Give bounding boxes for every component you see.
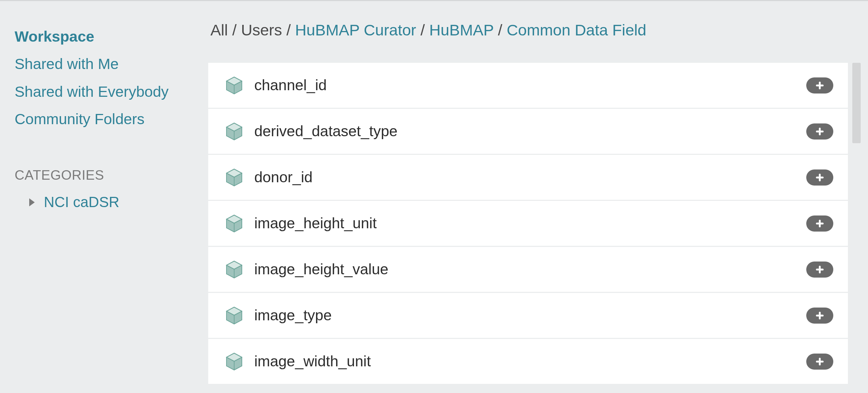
cube-icon bbox=[226, 122, 243, 141]
breadcrumb-sep: / bbox=[228, 21, 241, 39]
plus-icon bbox=[815, 265, 824, 274]
list-item-label: derived_dataset_type bbox=[254, 123, 806, 140]
category-item-label: NCI caDSR bbox=[44, 194, 119, 210]
cube-icon bbox=[226, 352, 243, 371]
add-button[interactable] bbox=[806, 215, 833, 232]
caret-right-icon bbox=[29, 198, 35, 206]
list-item[interactable]: image_height_value bbox=[208, 247, 848, 292]
add-button[interactable] bbox=[806, 169, 833, 186]
cube-icon bbox=[226, 76, 243, 95]
sidebar-item-community-folders[interactable]: Community Folders bbox=[15, 106, 194, 133]
sidebar-item-shared-with-everybody[interactable]: Shared with Everybody bbox=[15, 78, 194, 106]
list-item-label: image_type bbox=[254, 307, 806, 324]
list-item[interactable]: donor_id bbox=[208, 155, 848, 200]
list-item[interactable]: image_type bbox=[208, 293, 848, 338]
plus-icon bbox=[815, 127, 824, 136]
sidebar: Workspace Shared with Me Shared with Eve… bbox=[0, 1, 208, 393]
cube-icon bbox=[226, 260, 243, 279]
add-button[interactable] bbox=[806, 262, 833, 278]
breadcrumb: All / Users / HuBMAP Curator / HuBMAP / … bbox=[208, 21, 861, 39]
sidebar-item-shared-with-me[interactable]: Shared with Me bbox=[15, 50, 194, 78]
plus-icon bbox=[815, 219, 824, 228]
breadcrumb-sep: / bbox=[282, 21, 295, 39]
list-item[interactable]: channel_id bbox=[208, 63, 848, 108]
scrollbar[interactable] bbox=[852, 63, 861, 384]
scrollbar-thumb[interactable] bbox=[852, 63, 861, 143]
breadcrumb-link[interactable]: HuBMAP bbox=[429, 21, 494, 39]
main: All / Users / HuBMAP Curator / HuBMAP / … bbox=[208, 1, 868, 393]
breadcrumb-link[interactable]: HuBMAP Curator bbox=[295, 21, 416, 39]
breadcrumb-part[interactable]: Users bbox=[241, 21, 282, 39]
sidebar-item-workspace[interactable]: Workspace bbox=[15, 23, 194, 50]
list-item[interactable]: image_height_unit bbox=[208, 201, 848, 246]
list-item-label: image_height_value bbox=[254, 261, 806, 278]
plus-icon bbox=[815, 357, 824, 366]
breadcrumb-part[interactable]: All bbox=[210, 21, 228, 39]
add-button[interactable] bbox=[806, 308, 833, 324]
plus-icon bbox=[815, 173, 824, 182]
list-item-label: donor_id bbox=[254, 169, 806, 186]
cube-icon bbox=[226, 214, 243, 233]
cube-icon bbox=[226, 306, 243, 325]
breadcrumb-sep: / bbox=[416, 21, 429, 39]
cube-icon bbox=[226, 168, 243, 187]
list-item[interactable]: image_width_unit bbox=[208, 339, 848, 384]
categories-header: CATEGORIES bbox=[15, 168, 194, 183]
plus-icon bbox=[815, 81, 824, 90]
list-item-label: channel_id bbox=[254, 77, 806, 94]
list-item-label: image_height_unit bbox=[254, 215, 806, 232]
breadcrumb-sep: / bbox=[494, 21, 507, 39]
list-item[interactable]: derived_dataset_type bbox=[208, 109, 848, 154]
plus-icon bbox=[815, 311, 824, 320]
list-item-label: image_width_unit bbox=[254, 353, 806, 370]
add-button[interactable] bbox=[806, 354, 833, 370]
breadcrumb-link[interactable]: Common Data Field bbox=[507, 21, 646, 39]
add-button[interactable] bbox=[806, 77, 833, 94]
add-button[interactable] bbox=[806, 123, 833, 140]
category-item-nci-cadsr[interactable]: NCI caDSR bbox=[15, 194, 194, 210]
list-container: channel_id derived_dataset_type bbox=[208, 63, 861, 384]
item-list: channel_id derived_dataset_type bbox=[208, 63, 848, 384]
